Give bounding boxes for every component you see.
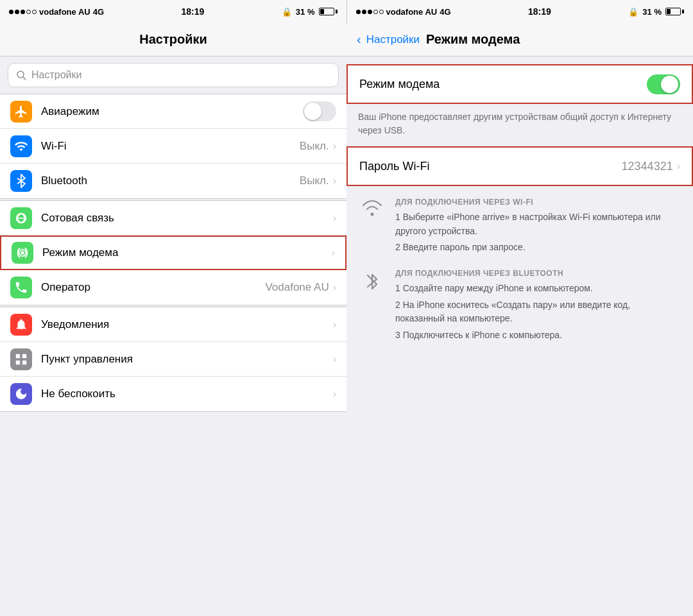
control-icon [10, 348, 32, 370]
notifications-label: Уведомления [41, 318, 333, 331]
settings-item-bluetooth[interactable]: Bluetooth Выкл. › [0, 164, 346, 198]
svg-point-4 [21, 251, 24, 255]
network-left: 4G [93, 7, 104, 17]
status-bar: vodafone AU 4G 18:19 🔒 31 % [0, 0, 693, 23]
wifi-label: Wi-Fi [41, 140, 300, 153]
settings-item-cellular[interactable]: Сотовая связь › [0, 201, 346, 235]
battery-icon-right [665, 8, 684, 15]
right-nav-header: ‹ Настройки Режим модема [346, 23, 693, 56]
carrier-left: vodafone AU [39, 7, 90, 17]
modem-toggle-row[interactable]: Режим модема [348, 65, 692, 103]
left-panel: Настройки Настройки Авиарежим [0, 23, 346, 616]
battery-body-left [319, 8, 334, 15]
time-right: 18:19 [528, 6, 551, 17]
rdot3 [368, 10, 372, 14]
carrier-chevron-icon: › [333, 282, 336, 293]
svg-rect-5 [16, 354, 20, 357]
section-system: Уведомления › Пункт управления › [0, 307, 346, 412]
dot4 [26, 10, 31, 14]
settings-item-hotspot[interactable]: Режим модема › [0, 235, 346, 270]
carrier-label: Оператор [41, 281, 265, 294]
svg-rect-7 [16, 360, 20, 364]
svg-rect-8 [22, 360, 26, 364]
battery-tip-right [682, 10, 684, 13]
back-chevron-icon: ‹ [357, 32, 361, 47]
settings-item-control[interactable]: Пункт управления › [0, 342, 346, 377]
wifi-password-value: 12344321 [622, 160, 673, 173]
search-icon [16, 70, 26, 80]
notifications-chevron-icon: › [333, 319, 336, 330]
battery-text-left: 🔒 [282, 7, 292, 17]
bt-instruction-block: ДЛЯ ПОДКЛЮЧЕНИЯ ЧЕРЕЗ BLUETOOTH 1 Создай… [358, 269, 681, 345]
modem-toggle[interactable] [647, 74, 680, 94]
rdot5 [379, 10, 384, 14]
right-nav-title: Режим модема [426, 32, 520, 47]
airplane-label: Авиарежим [41, 105, 303, 118]
battery-area-right: 🔒 31 % [628, 7, 684, 17]
dnd-icon [10, 383, 32, 405]
svg-rect-6 [22, 354, 26, 357]
wifi-value: Выкл. [300, 140, 329, 153]
bluetooth-label: Bluetooth [41, 175, 300, 187]
svg-line-1 [23, 77, 26, 80]
settings-item-airplane[interactable]: Авиарежим [0, 94, 346, 129]
cellular-icon [10, 207, 32, 229]
rdot2 [362, 10, 366, 14]
settings-item-notifications[interactable]: Уведомления › [0, 307, 346, 342]
password-row[interactable]: Пароль Wi-Fi 12344321 › [348, 148, 692, 185]
bluetooth-chevron-icon: › [333, 175, 336, 187]
airplane-toggle-thumb [304, 103, 321, 120]
bt-instruction-text: ДЛЯ ПОДКЛЮЧЕНИЯ ЧЕРЕЗ BLUETOOTH 1 Создай… [395, 269, 681, 345]
bt-heading: ДЛЯ ПОДКЛЮЧЕНИЯ ЧЕРЕЗ BLUETOOTH [395, 269, 681, 278]
dnd-label: Не беспокоить [41, 388, 333, 400]
bt-step1: 1 Создайте пару между iPhone и компьютер… [395, 282, 681, 296]
wifi-heading: ДЛЯ ПОДКЛЮЧЕНИЯ ЧЕРЕЗ WI-FI [395, 198, 681, 207]
dnd-chevron-icon: › [333, 388, 336, 400]
battery-area-left: 🔒 31 % [282, 7, 338, 17]
settings-item-carrier[interactable]: Оператор Vodafone AU › [0, 270, 346, 305]
carrier-info-left: vodafone AU 4G [9, 7, 104, 17]
carrier-right: vodafone AU [386, 7, 438, 17]
battery-fill-left [320, 9, 324, 14]
dot1 [9, 10, 13, 14]
cellular-chevron-icon: › [333, 212, 336, 224]
back-label[interactable]: Настройки [366, 33, 420, 46]
carrier-info-right: vodafone AU 4G [356, 7, 451, 17]
modem-toggle-label: Режим модема [359, 78, 647, 91]
signal-right [356, 10, 384, 14]
cellular-label: Сотовая связь [41, 212, 333, 225]
instructions: ДЛЯ ПОДКЛЮЧЕНИЯ ЧЕРЕЗ WI-FI 1 Выберите «… [346, 186, 693, 345]
battery-fill-right [667, 9, 671, 14]
battery-icon-left [319, 8, 338, 15]
left-nav-header: Настройки [0, 23, 346, 56]
dot5 [32, 10, 37, 14]
search-placeholder: Настройки [31, 69, 81, 81]
hotspot-icon [12, 242, 33, 264]
signal-left [9, 10, 37, 14]
carrier-value: Vodafone AU [265, 281, 329, 294]
notifications-icon [10, 314, 32, 336]
svg-point-9 [371, 213, 374, 216]
battery-tip-left [336, 10, 338, 13]
battery-text-right: 🔒 [628, 7, 638, 17]
wifi-icon [10, 135, 32, 157]
battery-body-right [665, 8, 681, 15]
wifi-chevron-icon: › [333, 141, 336, 152]
bluetooth-icon [10, 170, 32, 192]
dot3 [21, 10, 25, 14]
airplane-toggle[interactable] [303, 101, 336, 121]
wifi-instruction-block: ДЛЯ ПОДКЛЮЧЕНИЯ ЧЕРЕЗ WI-FI 1 Выберите «… [358, 198, 681, 257]
bt-step3: 3 Подключитесь к iPhone с компьютера. [395, 329, 681, 343]
battery-pct-right: 31 % [642, 7, 662, 17]
status-bar-left: vodafone AU 4G 18:19 🔒 31 % [0, 0, 346, 23]
right-panel: ‹ Настройки Режим модема Режим модема Ва… [346, 23, 693, 616]
status-bar-right: vodafone AU 4G 18:19 🔒 31 % [347, 0, 694, 23]
password-section: Пароль Wi-Fi 12344321 › [346, 146, 693, 186]
search-box[interactable]: Настройки [8, 63, 339, 87]
dot2 [15, 10, 19, 14]
airplane-icon [10, 101, 32, 123]
settings-item-dnd[interactable]: Не беспокоить › [0, 377, 346, 411]
settings-item-wifi[interactable]: Wi-Fi Выкл. › [0, 129, 346, 164]
rdot4 [373, 10, 378, 14]
hotspot-label: Режим модема [42, 246, 332, 259]
